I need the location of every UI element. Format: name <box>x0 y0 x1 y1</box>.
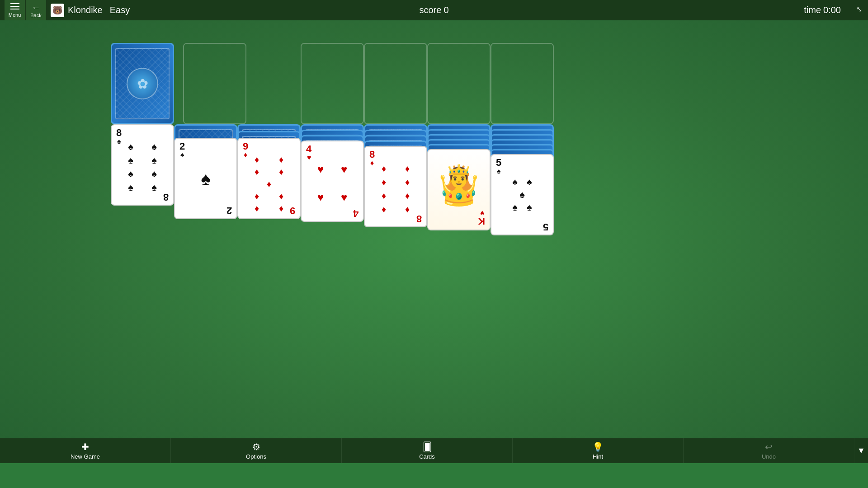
column-1[interactable]: 8 ♠ ♠ ♠ ♠ ♠ ♠ ♠ ♠ ♠ 8 <box>111 124 174 206</box>
options-icon: ⚙ <box>252 441 260 452</box>
header: Menu ← Back 🐻 Klondike Easy score 0 time… <box>0 0 868 20</box>
card-king-hearts[interactable]: K ♥ 👑 🤴 K ♥ <box>427 149 491 230</box>
cards-icon: 🂠 <box>423 441 432 452</box>
time-section: time 0:00 <box>804 5 841 15</box>
options-label: Options <box>246 453 266 460</box>
resize-button[interactable]: ⤡ <box>852 2 866 16</box>
stock-pile[interactable]: ✿ <box>111 43 174 124</box>
new-game-label: New Game <box>71 453 100 460</box>
game-title: Klondike <box>68 5 103 15</box>
back-arrow-icon: ← <box>32 2 41 13</box>
menu-button[interactable]: Menu <box>5 0 25 20</box>
hint-label: Hint <box>593 453 603 460</box>
card-4-hearts[interactable]: 4 ♥ ♥ ♥ ♥ ♥ 4 <box>301 141 364 222</box>
time-value: 0:00 <box>823 5 841 15</box>
cards-label: Cards <box>419 453 435 460</box>
game-logo: 🐻 Klondike Easy <box>51 4 130 17</box>
toolbar: ✚ New Game ⚙ Options 🂠 Cards 💡 Hint ↩ Un… <box>0 438 868 463</box>
foundation-slot-2[interactable] <box>364 43 427 124</box>
foundation-slot-4[interactable] <box>491 43 554 124</box>
game-difficulty: Easy <box>110 5 130 15</box>
card-8-spades[interactable]: 8 ♠ ♠ ♠ ♠ ♠ ♠ ♠ ♠ ♠ 8 <box>111 124 174 206</box>
card-value-bottom: 8 <box>163 192 169 202</box>
undo-icon: ↩ <box>765 441 773 452</box>
cards-button[interactable]: 🂠 Cards <box>342 438 513 463</box>
bear-icon: 🐻 <box>51 4 64 17</box>
card-2-spades[interactable]: 2 ♠ ♠ 2 <box>174 138 237 219</box>
hint-icon: 💡 <box>592 441 604 452</box>
time-label: time <box>804 5 821 15</box>
menu-label: Menu <box>9 12 21 18</box>
undo-button[interactable]: ↩ Undo <box>684 438 854 463</box>
new-game-button[interactable]: ✚ New Game <box>0 438 171 463</box>
hint-button[interactable]: 💡 Hint <box>513 438 684 463</box>
back-label: Back <box>30 13 41 18</box>
score-value: 0 <box>443 5 448 15</box>
options-button[interactable]: ⚙ Options <box>171 438 342 463</box>
card-8-diamonds[interactable]: 8 ♦ ♦ ♦ ♦ ♦ ♦ ♦ ♦ ♦ 8 <box>364 146 427 227</box>
card-9-diamonds[interactable]: 9 ♦ ♦ ♦ ♦ ♦ ♦ ♦ ♦ ♦ ♦ 9 <box>237 138 301 219</box>
scroll-button[interactable]: ▼ <box>854 438 868 463</box>
new-game-icon: ✚ <box>81 441 89 452</box>
back-button[interactable]: ← Back <box>26 0 46 20</box>
foundation-slot-3[interactable] <box>427 43 491 124</box>
score-section: score 0 <box>419 5 448 15</box>
card-5-spades[interactable]: 5 ♠ ♠ ♠ ♠ ♠ ♠ 5 <box>491 154 554 235</box>
game-area: ✿ 8 ♠ ♠ ♠ ♠ ♠ ♠ ♠ ♠ ♠ 8 <box>0 20 868 463</box>
score-label: score <box>419 5 441 15</box>
undo-label: Undo <box>762 453 776 460</box>
